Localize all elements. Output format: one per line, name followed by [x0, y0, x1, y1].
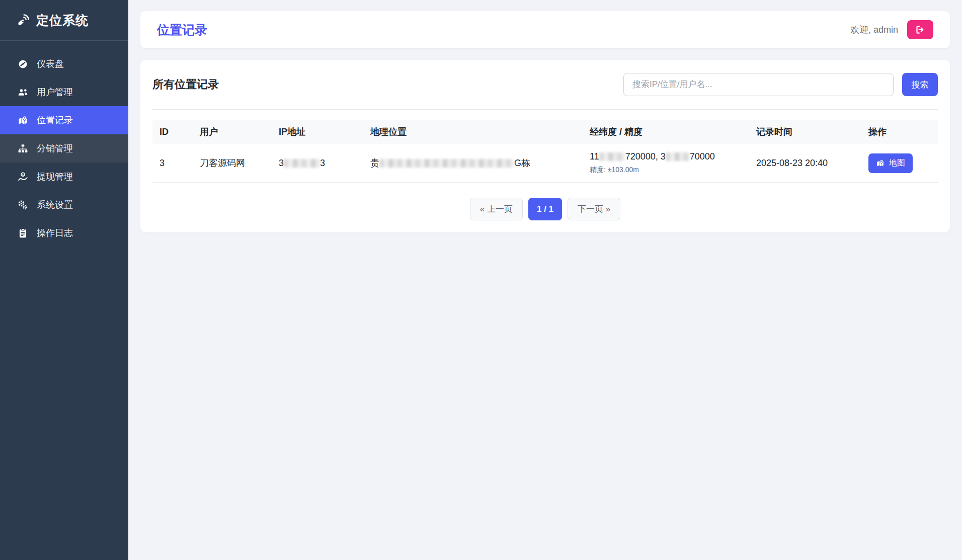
col-id: ID: [152, 120, 193, 144]
current-page-indicator[interactable]: 1 / 1: [528, 198, 562, 220]
col-user: 用户: [193, 120, 272, 144]
map-button[interactable]: 地图: [868, 153, 913, 173]
map-button-label: 地图: [889, 158, 905, 169]
sitemap-icon: [17, 143, 29, 154]
sidebar-nav: 仪表盘 用户管理: [0, 50, 128, 247]
records-card-head: 所有位置记录 搜索: [152, 73, 938, 110]
coords-line: 11720000, 370000: [590, 151, 742, 162]
page-title: 位置记录: [157, 22, 207, 38]
cell-user: 刀客源码网: [193, 144, 272, 183]
sidebar-item-label: 提现管理: [37, 171, 73, 183]
records-heading: 所有位置记录: [152, 77, 219, 92]
logout-button[interactable]: [907, 20, 933, 39]
cell-ip: 33: [272, 144, 363, 183]
gauge-icon: [17, 58, 29, 69]
gears-icon: [17, 199, 29, 210]
users-icon: [17, 87, 29, 98]
location-visible-end: G栋: [514, 158, 530, 168]
coords-redacted-blur-1: [599, 152, 625, 161]
app-root: 定位系统 仪表盘: [0, 0, 962, 560]
sidebar-item-settings[interactable]: 系统设置: [0, 191, 128, 219]
header-right: 欢迎, admin: [850, 20, 933, 39]
coords-part1: 11: [590, 151, 599, 162]
clipboard-icon: [17, 227, 29, 238]
records-table: ID 用户 IP地址 地理位置 经纬度 / 精度 记录时间 操作 3 刀客源码网: [152, 120, 938, 183]
sidebar-item-withdrawals[interactable]: $ 提现管理: [0, 163, 128, 191]
map-marked-icon: [17, 115, 29, 126]
sidebar: 定位系统 仪表盘: [0, 0, 128, 560]
welcome-text: 欢迎, admin: [850, 24, 898, 36]
cell-coords: 11720000, 370000 精度: ±103.00m: [583, 144, 749, 183]
table-row: 3 刀客源码网 33 贵G栋 11720000, 370000 精度:: [152, 144, 938, 183]
search-group: 搜索: [623, 73, 938, 96]
location-visible-start: 贵: [370, 158, 379, 168]
col-ip: IP地址: [272, 120, 363, 144]
sidebar-item-logs[interactable]: 操作日志: [0, 219, 128, 247]
sidebar-item-distribution[interactable]: 分销管理: [0, 134, 128, 163]
pagination: « 上一页 1 / 1 下一页 »: [152, 198, 938, 220]
app-logo: 定位系统: [0, 0, 128, 41]
cell-id: 3: [152, 144, 193, 183]
accuracy-text: 精度: ±103.00m: [590, 166, 742, 175]
sidebar-item-users[interactable]: 用户管理: [0, 78, 128, 106]
cell-actions: 地图: [861, 144, 938, 183]
prev-page-button[interactable]: « 上一页: [470, 198, 523, 220]
sidebar-item-label: 位置记录: [37, 114, 73, 126]
sign-out-icon: [915, 25, 925, 35]
sidebar-item-label: 分销管理: [37, 142, 73, 154]
search-button[interactable]: 搜索: [902, 73, 938, 96]
main-content: 位置记录 欢迎, admin 所有位置记录: [128, 0, 962, 560]
coords-redacted-blur-2: [666, 152, 690, 161]
ip-redacted-blur: [284, 159, 320, 168]
header-bar: 位置记录 欢迎, admin: [140, 11, 950, 48]
col-time: 记录时间: [749, 120, 861, 144]
table-header-row: ID 用户 IP地址 地理位置 经纬度 / 精度 记录时间 操作: [152, 120, 938, 144]
sidebar-item-dashboard[interactable]: 仪表盘: [0, 50, 128, 78]
map-marked-icon: [876, 159, 885, 168]
sidebar-item-label: 用户管理: [37, 86, 73, 98]
ip-visible-start: 3: [279, 158, 284, 168]
ip-visible-end: 3: [320, 158, 325, 168]
location-redacted-blur: [379, 159, 514, 168]
coords-part2: 720000, 3: [625, 151, 666, 162]
sidebar-item-location-records[interactable]: 位置记录: [0, 106, 128, 134]
hand-dollar-icon: $: [17, 171, 29, 182]
records-card: 所有位置记录 搜索 ID 用户 IP地址 地理位置: [140, 60, 950, 232]
search-input[interactable]: [623, 73, 894, 96]
satellite-dish-icon: [17, 14, 30, 27]
svg-text:$: $: [22, 172, 24, 176]
cell-location: 贵G栋: [363, 144, 583, 183]
sidebar-item-label: 系统设置: [37, 199, 73, 211]
col-location: 地理位置: [363, 120, 583, 144]
col-coords: 经纬度 / 精度: [583, 120, 749, 144]
sidebar-item-label: 操作日志: [37, 227, 73, 239]
coords-part3: 70000: [690, 151, 715, 162]
col-actions: 操作: [861, 120, 938, 144]
app-title: 定位系统: [36, 12, 89, 29]
sidebar-item-label: 仪表盘: [37, 58, 64, 70]
cell-time: 2025-08-23 20:40: [749, 144, 861, 183]
next-page-button[interactable]: 下一页 »: [568, 198, 620, 220]
